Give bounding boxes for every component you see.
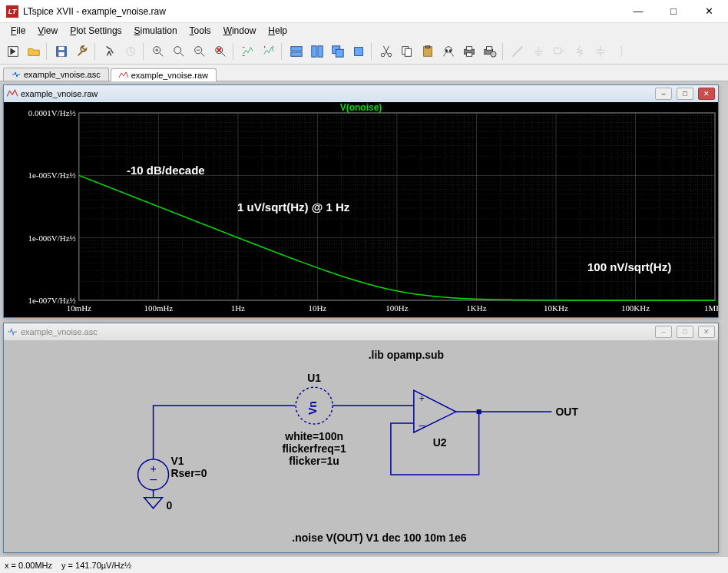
- halt-button[interactable]: [121, 41, 141, 61]
- zoom-out-button[interactable]: [190, 41, 210, 61]
- child-minimize-button[interactable]: –: [655, 326, 672, 338]
- new-schematic-button[interactable]: [3, 41, 23, 61]
- open-button[interactable]: [24, 41, 44, 61]
- zoom-area-button[interactable]: [148, 41, 168, 61]
- svg-text:U1: U1: [307, 372, 321, 384]
- tile-vert-button[interactable]: [307, 41, 327, 61]
- svg-point-16: [388, 53, 392, 57]
- svg-text:U2: U2: [433, 436, 447, 449]
- copy-button[interactable]: [397, 41, 417, 61]
- menu-simulation[interactable]: Simulation: [128, 24, 184, 38]
- svg-text:flickerfreq=1: flickerfreq=1: [282, 442, 346, 455]
- anno-white: 100 nV/sqrt(Hz): [587, 260, 671, 273]
- paste-button[interactable]: [418, 41, 438, 61]
- svg-text:100KHz: 100KHz: [621, 303, 650, 313]
- zoom-back-button[interactable]: [169, 41, 189, 61]
- svg-text:Vn: Vn: [306, 401, 319, 415]
- plot-window-titlebar[interactable]: example_vnoise.raw – □ ✕: [4, 85, 718, 102]
- child-maximize-button[interactable]: □: [677, 88, 693, 100]
- menu-file[interactable]: File: [5, 24, 31, 38]
- svg-text:1KHz: 1KHz: [466, 303, 486, 313]
- svg-rect-9: [291, 51, 302, 55]
- label-net-button[interactable]: [549, 41, 569, 61]
- svg-text:V1: V1: [171, 455, 184, 467]
- plot-window-title: example_vnoise.raw: [21, 89, 98, 98]
- svg-text:–: –: [419, 419, 425, 431]
- menu-view[interactable]: View: [31, 24, 64, 38]
- svg-text:10Hz: 10Hz: [309, 303, 327, 313]
- tab-raw[interactable]: example_vnoise.raw: [111, 68, 217, 81]
- tools-button[interactable]: [72, 41, 92, 61]
- menubar: File View Plot Settings Simulation Tools…: [0, 23, 728, 38]
- svg-text:white=100n: white=100n: [284, 430, 343, 442]
- wire-v1-to-vn: [154, 406, 296, 459]
- child-close-button[interactable]: ✕: [698, 88, 715, 100]
- net-label-out: OUT: [555, 406, 578, 418]
- autorange-x-button[interactable]: [259, 41, 279, 61]
- svg-text:+: +: [419, 393, 425, 404]
- schem-window-titlebar[interactable]: example_vnoise.asc – □ ✕: [4, 323, 718, 340]
- minimize-button[interactable]: —: [620, 1, 656, 22]
- capacitor-button[interactable]: [591, 41, 611, 61]
- svg-rect-8: [291, 46, 302, 50]
- svg-rect-3: [58, 51, 64, 55]
- schematic-canvas[interactable]: .lib opamp.sub .noise V(OUT) V1 dec 100 …: [4, 340, 718, 552]
- child-minimize-button[interactable]: –: [655, 88, 672, 100]
- svg-text:100Hz: 100Hz: [386, 303, 408, 313]
- autorange-y-button[interactable]: [238, 41, 258, 61]
- cascade-button[interactable]: [328, 41, 348, 61]
- run-button[interactable]: [100, 41, 120, 61]
- plot-svg: 10mHz100mHz1Hz10Hz100Hz1KHz10KHz100KHz1M…: [4, 102, 718, 317]
- anno-slope: -10 dB/decade: [127, 164, 205, 177]
- mdi-client: example_vnoise.raw – □ ✕ 10mHz100mHz1Hz1…: [0, 81, 728, 556]
- print-setup-button[interactable]: [480, 41, 500, 61]
- closeall-button[interactable]: [349, 41, 369, 61]
- ground-button[interactable]: [528, 41, 548, 61]
- trace-label[interactable]: V(onoise): [340, 102, 382, 113]
- print-button[interactable]: [459, 41, 479, 61]
- cut-button[interactable]: [376, 41, 396, 61]
- svg-rect-25: [466, 52, 472, 56]
- schematic-icon: [7, 326, 18, 337]
- svg-text:10KHz: 10KHz: [544, 303, 568, 313]
- child-close-button[interactable]: ✕: [698, 326, 715, 338]
- svg-rect-2: [58, 46, 64, 49]
- draw-wire-button[interactable]: [508, 41, 528, 61]
- tile-horz-button[interactable]: [286, 41, 306, 61]
- svg-text:1Hz: 1Hz: [231, 303, 245, 313]
- tab-asc-label: example_vnoise.asc: [24, 70, 101, 79]
- plot-window[interactable]: example_vnoise.raw – □ ✕ 10mHz100mHz1Hz1…: [3, 84, 719, 318]
- svg-text:–: –: [150, 472, 157, 485]
- component-v1: + – V1 Rser=0: [138, 455, 207, 490]
- schematic-window[interactable]: example_vnoise.asc – □ ✕ .lib opamp.sub …: [3, 323, 719, 553]
- svg-rect-14: [355, 47, 363, 55]
- svg-point-22: [449, 49, 452, 52]
- svg-text:100mHz: 100mHz: [144, 303, 173, 313]
- inductor-button[interactable]: [611, 41, 631, 61]
- close-button[interactable]: ✕: [691, 1, 726, 22]
- menu-tools[interactable]: Tools: [184, 24, 217, 38]
- child-maximize-button[interactable]: □: [677, 326, 693, 338]
- svg-text:0.0001V/Hz½: 0.0001V/Hz½: [28, 108, 76, 118]
- maximize-button[interactable]: □: [656, 1, 691, 22]
- tab-asc[interactable]: example_vnoise.asc: [3, 68, 109, 81]
- svg-point-15: [381, 53, 385, 57]
- schematic-icon: [12, 70, 21, 79]
- resistor-button[interactable]: [570, 41, 590, 61]
- svg-rect-13: [336, 49, 343, 57]
- titlebar[interactable]: LT LTspice XVII - example_vnoise.raw — □…: [0, 0, 728, 23]
- junction-dot: [477, 409, 481, 414]
- svg-text:1e-006V/Hz½: 1e-006V/Hz½: [28, 234, 75, 243]
- find-button[interactable]: [438, 41, 458, 61]
- menu-window[interactable]: Window: [217, 24, 263, 38]
- status-x: x = 0.00MHz: [5, 561, 52, 570]
- menu-help[interactable]: Help: [262, 24, 293, 38]
- menu-plotsettings[interactable]: Plot Settings: [64, 24, 127, 38]
- save-button[interactable]: [51, 41, 71, 61]
- ground-symbol: 0: [144, 490, 173, 512]
- zoom-fit-button[interactable]: [210, 41, 230, 61]
- svg-text:1MHz: 1MHz: [704, 303, 718, 313]
- svg-rect-29: [554, 48, 561, 53]
- directive-noise: .noise V(OUT) V1 dec 100 10m 1e6: [292, 532, 466, 544]
- plot-area[interactable]: 10mHz100mHz1Hz10Hz100Hz1KHz10KHz100KHz1M…: [4, 102, 718, 317]
